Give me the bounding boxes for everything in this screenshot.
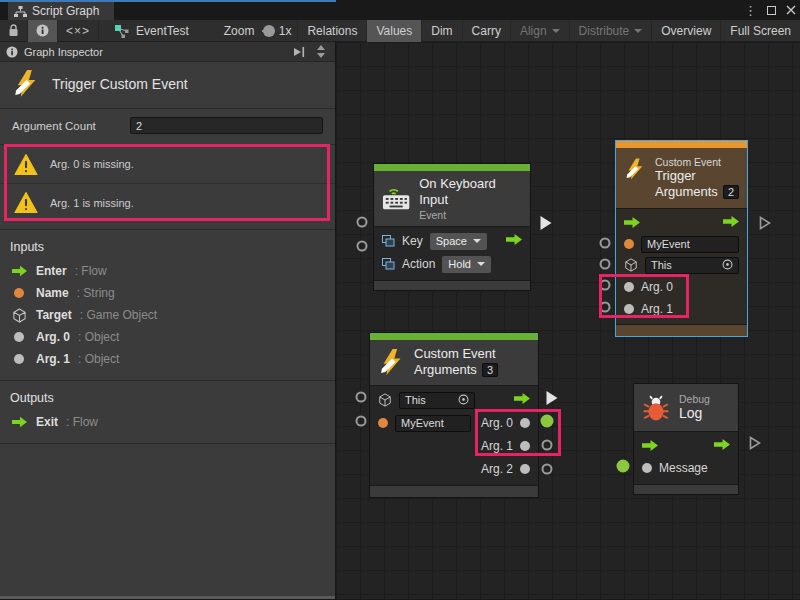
argument-count-label: Argument Count <box>12 120 130 132</box>
key-dropdown[interactable]: Space <box>430 233 487 250</box>
code-preview-button[interactable]: <×> <box>58 20 99 42</box>
input-port[interactable] <box>600 259 611 270</box>
gameobject-cube-icon[interactable] <box>624 258 638 272</box>
object-port-icon[interactable] <box>520 464 530 474</box>
values-button[interactable]: Values <box>367 20 422 42</box>
argument-count-badge: 3 <box>482 363 498 377</box>
event-node-color-bar <box>374 164 530 171</box>
chevron-down-icon <box>552 29 560 33</box>
inputs-section: Inputs Enter: Flow Name: String Target: … <box>0 229 335 380</box>
graph-hierarchy-icon <box>14 6 27 17</box>
object-port-icon[interactable] <box>642 463 652 473</box>
message-label: Message <box>659 461 708 475</box>
flow-output-port-connected[interactable] <box>541 216 552 230</box>
input-port[interactable] <box>356 392 367 403</box>
object-port-icon[interactable] <box>520 441 530 451</box>
warning-text: Arg. 0 is missing. <box>50 158 134 170</box>
graph-name-label: EventTest <box>136 24 189 38</box>
flow-arrow-icon <box>12 265 27 277</box>
flow-out-arrow-icon[interactable] <box>714 438 730 451</box>
script-graph-asset-icon <box>114 24 130 38</box>
event-name-field[interactable]: MyEvent <box>395 415 471 432</box>
key-label: Key <box>402 234 423 248</box>
flow-output-port-connected[interactable] <box>547 391 558 405</box>
unit-title-block: Trigger Custom Event <box>0 62 335 109</box>
argument-count-badge: 2 <box>723 185 739 199</box>
unity-script-graph-window: Script Graph ⋮ <×> <box>0 0 800 600</box>
object-port-icon[interactable] <box>624 282 634 292</box>
relations-button[interactable]: Relations <box>297 20 367 42</box>
enum-port-icon <box>382 235 395 247</box>
node-on-keyboard-input[interactable]: On Keyboard Input Event Key Space <box>373 163 531 291</box>
object-picker-icon[interactable] <box>722 259 733 270</box>
full-screen-button[interactable]: Full Screen <box>721 20 800 42</box>
input-port[interactable] <box>357 217 368 228</box>
node-title: Custom Event <box>414 346 498 362</box>
window-menu-icon[interactable]: ⋮ <box>744 4 757 17</box>
flow-out-arrow-icon[interactable] <box>723 215 739 228</box>
event-name-field[interactable]: MyEvent <box>641 236 739 253</box>
argument-count-row: Argument Count 2 <box>0 109 335 144</box>
zoom-label: Zoom <box>224 24 255 38</box>
object-port-icon <box>14 354 24 364</box>
arg2-label: Arg. 2 <box>481 462 513 476</box>
action-dropdown[interactable]: Hold <box>442 256 491 273</box>
lock-icon <box>8 24 19 37</box>
flow-out-arrow-icon[interactable] <box>506 233 522 246</box>
distribute-dropdown[interactable]: Distribute <box>570 20 653 42</box>
flow-output-port-empty[interactable] <box>759 216 771 230</box>
node-trigger-custom-event[interactable]: Custom Event Trigger Arguments2 MyEvent <box>615 140 748 337</box>
maximize-icon[interactable] <box>767 6 776 15</box>
target-field[interactable]: This <box>399 392 475 409</box>
lock-button[interactable] <box>0 20 28 42</box>
string-port-icon[interactable] <box>624 239 634 249</box>
panel-spinner[interactable] <box>313 45 329 58</box>
graph-canvas[interactable]: On Keyboard Input Event Key Space <box>336 42 800 599</box>
input-port-connected[interactable] <box>617 460 630 473</box>
enum-port-icon <box>382 258 395 270</box>
gameobject-cube-icon <box>12 308 27 323</box>
overview-button[interactable]: Overview <box>652 20 721 42</box>
input-port[interactable] <box>600 238 611 249</box>
flow-in-arrow-icon[interactable] <box>624 216 640 229</box>
flow-output-port-empty[interactable] <box>749 436 761 450</box>
node-title: Trigger <box>655 168 739 184</box>
zoom-slider-handle[interactable] <box>263 25 275 37</box>
input-port[interactable] <box>357 241 368 252</box>
chevron-down-icon <box>317 53 325 58</box>
flow-in-arrow-icon[interactable] <box>642 439 658 452</box>
dim-button[interactable]: Dim <box>422 20 462 42</box>
node-debug-log[interactable]: Debug Log Message <box>633 383 739 495</box>
output-port[interactable] <box>542 440 553 451</box>
output-port-connected[interactable] <box>541 415 554 428</box>
port-list-item: Enter: Flow <box>0 260 335 282</box>
align-dropdown[interactable]: Align <box>511 20 570 42</box>
zoom-slider[interactable] <box>262 30 272 32</box>
target-field[interactable]: This <box>645 257 739 274</box>
argument-count-field[interactable]: 2 <box>130 117 323 134</box>
dock-panel-icon[interactable] <box>293 46 305 58</box>
input-port[interactable] <box>600 280 611 291</box>
tab-script-graph[interactable]: Script Graph <box>8 2 114 20</box>
custom-event-bolt-pencil-icon <box>624 156 646 183</box>
output-port[interactable] <box>542 464 553 475</box>
gameobject-cube-icon[interactable] <box>378 393 392 407</box>
node-kicker: Debug <box>679 393 710 405</box>
chevron-down-icon <box>473 239 481 243</box>
action-label: Action <box>402 257 435 271</box>
graph-breadcrumb[interactable]: EventTest <box>105 20 198 42</box>
warning-text: Arg. 1 is missing. <box>50 197 134 209</box>
object-picker-icon[interactable] <box>458 394 469 405</box>
flow-out-arrow-icon[interactable] <box>514 392 530 405</box>
object-port-icon[interactable] <box>624 304 634 314</box>
close-icon[interactable] <box>786 5 796 15</box>
inspector-toggle-button[interactable] <box>28 20 58 42</box>
input-port[interactable] <box>356 416 367 427</box>
node-custom-event-arguments[interactable]: Custom Event Arguments3 This <box>369 332 539 498</box>
bug-icon <box>642 394 670 422</box>
object-port-icon[interactable] <box>520 418 530 428</box>
input-port[interactable] <box>600 302 611 313</box>
trigger-node-color-bar <box>616 141 747 148</box>
string-port-icon[interactable] <box>378 418 388 428</box>
carry-button[interactable]: Carry <box>463 20 511 42</box>
